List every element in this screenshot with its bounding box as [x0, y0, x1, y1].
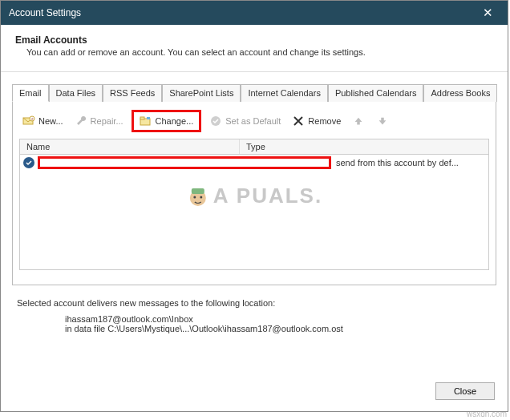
tab-internet-calendars[interactable]: Internet Calendars [241, 84, 328, 102]
tab-email[interactable]: Email [12, 84, 49, 102]
tab-published-calendars[interactable]: Published Calendars [328, 84, 424, 102]
tab-data-files[interactable]: Data Files [49, 84, 103, 102]
set-default-label: Set as Default [225, 116, 281, 126]
delivery-loc-1: ihassam187@outlook.com\Inbox [65, 314, 496, 324]
move-up-button[interactable] [349, 113, 368, 129]
delivery-info: Selected account delivers new messages t… [17, 298, 496, 333]
svg-point-6 [190, 190, 206, 206]
tab-strip: Email Data Files RSS Feeds SharePoint Li… [12, 83, 508, 101]
account-type-text: send from this account by def... [336, 158, 459, 168]
column-name[interactable]: Name [20, 139, 240, 154]
watermark-logo-icon [186, 184, 210, 208]
set-default-button[interactable]: Set as Default [206, 113, 284, 129]
svg-rect-4 [140, 117, 144, 119]
repair-label: Repair... [91, 116, 123, 126]
new-label: New... [38, 116, 63, 126]
folder-change-icon [140, 115, 152, 127]
window-title: Account Settings [9, 1, 81, 25]
tab-rss-feeds[interactable]: RSS Feeds [103, 84, 162, 102]
delivery-line: Selected account delivers new messages t… [17, 298, 496, 308]
dialog-buttons: Close [435, 382, 495, 400]
wrench-icon [75, 115, 87, 127]
source-watermark: wsxdn.com [467, 410, 507, 418]
account-list[interactable]: send from this account by def... A PUALS… [19, 155, 489, 270]
svg-point-8 [193, 196, 196, 198]
title-bar: Account Settings ✕ [1, 1, 508, 25]
default-check-icon [23, 157, 34, 168]
tab-body: ★ New... Repair... Change... [12, 101, 496, 285]
remove-x-icon [292, 115, 305, 127]
redacted-name [38, 156, 331, 169]
column-type[interactable]: Type [240, 139, 488, 154]
svg-rect-7 [192, 188, 204, 194]
arrow-down-icon [376, 115, 389, 127]
repair-button[interactable]: Repair... [71, 113, 127, 129]
envelope-new-icon: ★ [22, 115, 35, 127]
header-title: Email Accounts [15, 34, 493, 46]
change-button[interactable]: Change... [136, 113, 197, 129]
delivery-loc-2: in data file C:\Users\Mystique\...\Outlo… [65, 324, 496, 333]
list-header: Name Type [19, 139, 489, 155]
change-highlight: Change... [132, 110, 202, 132]
header-block: Email Accounts You can add or remove an … [1, 25, 508, 72]
arrow-up-icon [352, 115, 365, 127]
new-button[interactable]: ★ New... [19, 113, 67, 129]
move-down-button[interactable] [373, 113, 392, 129]
tab-sharepoint-lists[interactable]: SharePoint Lists [162, 84, 241, 102]
header-subtitle: You can add or remove an account. You ca… [15, 47, 493, 57]
watermark: A PUALS. [186, 184, 322, 208]
account-row[interactable]: send from this account by def... [20, 155, 488, 171]
remove-button[interactable]: Remove [289, 113, 344, 129]
remove-label: Remove [308, 116, 341, 126]
watermark-text: A PUALS. [213, 184, 322, 208]
check-circle-icon [209, 115, 222, 127]
svg-point-9 [200, 196, 202, 198]
change-label: Change... [156, 116, 194, 126]
tab-address-books[interactable]: Address Books [423, 84, 497, 102]
close-button[interactable]: Close [435, 382, 495, 400]
window-close-button[interactable]: ✕ [476, 1, 500, 25]
toolbar: ★ New... Repair... Change... [19, 108, 489, 139]
